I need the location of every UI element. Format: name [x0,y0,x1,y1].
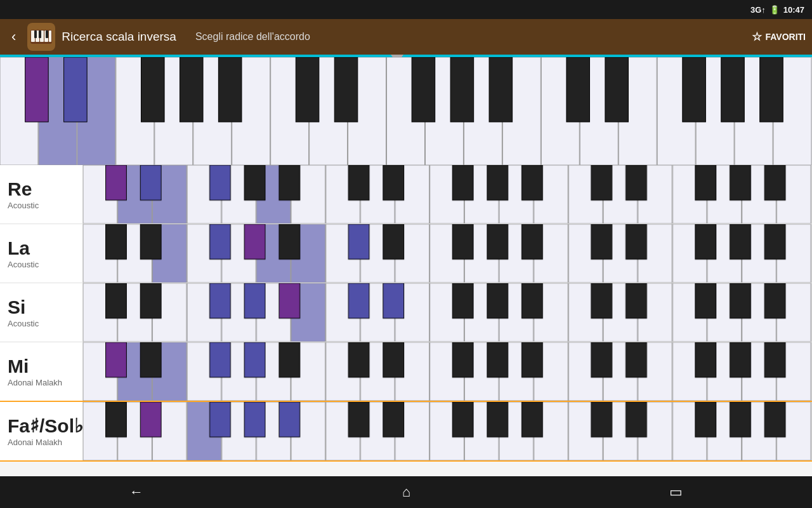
nav-back-button[interactable]: ← [110,479,162,505]
time-display: 10:47 [783,5,804,15]
result-label-la: La Acoustic [0,224,82,283]
battery-icon: 🔋 [769,5,780,15]
status-bar: 3G↑ 🔋 10:47 [0,0,812,19]
result-note-si: Si [8,297,25,318]
result-type-mi: Adonai Malakh [8,378,62,387]
nav-home-button[interactable]: ⌂ [383,479,429,505]
result-piano-re[interactable] [82,165,812,224]
top-bar: ‹ Ricerca scala inversa Scegli radice de… [0,19,812,55]
result-piano-fash[interactable] [82,402,812,460]
results-container[interactable]: Re Acoustic La Acoustic Si Acoustic Mi A… [0,165,812,476]
favorites-button[interactable]: ☆ FAVORITI [752,30,806,44]
app-logo [27,23,55,51]
main-piano-canvas[interactable] [0,57,812,165]
result-type-re: Acoustic [8,201,39,210]
bottom-nav: ← ⌂ ▭ [0,476,812,508]
result-row-si[interactable]: Si Acoustic [0,283,812,342]
result-piano-la[interactable] [82,224,812,283]
svg-rect-8 [46,30,48,38]
piano-logo-icon [29,25,53,49]
result-type-fash: Adonai Malakh [8,438,62,447]
svg-rect-5 [49,30,51,42]
result-note-la: La [8,237,30,258]
result-type-si: Acoustic [8,319,39,328]
status-bar-right: 3G↑ 🔋 10:47 [750,5,804,15]
result-row-re[interactable]: Re Acoustic [0,165,812,224]
result-piano-si[interactable] [82,283,812,342]
result-row-fash[interactable]: Fa♯/Sol♭ Adonai Malakh [0,402,812,462]
back-button[interactable]: ‹ [6,26,21,48]
page-subtitle: Scegli radice dell'accordo [195,31,310,43]
result-label-fash: Fa♯/Sol♭ Adonai Malakh [0,402,82,460]
result-piano-mi[interactable] [82,342,812,401]
result-note-mi: Mi [8,356,29,377]
result-row-mi[interactable]: Mi Adonai Malakh [0,342,812,402]
nav-recents-button[interactable]: ▭ [650,479,702,505]
result-label-re: Re Acoustic [0,165,82,224]
result-note-re: Re [8,178,32,199]
result-label-mi: Mi Adonai Malakh [0,342,82,401]
signal-icon: 3G↑ [750,5,766,15]
result-label-si: Si Acoustic [0,283,82,342]
result-note-fash: Fa♯/Sol♭ [8,415,83,436]
result-type-la: Acoustic [8,260,39,269]
svg-rect-7 [39,30,41,38]
page-title: Ricerca scala inversa [62,30,176,44]
main-piano-keyboard[interactable] [0,57,812,165]
favorites-label: FAVORITI [765,32,806,42]
svg-rect-6 [34,30,37,38]
result-row-la[interactable]: La Acoustic [0,224,812,283]
star-icon: ☆ [752,30,762,44]
